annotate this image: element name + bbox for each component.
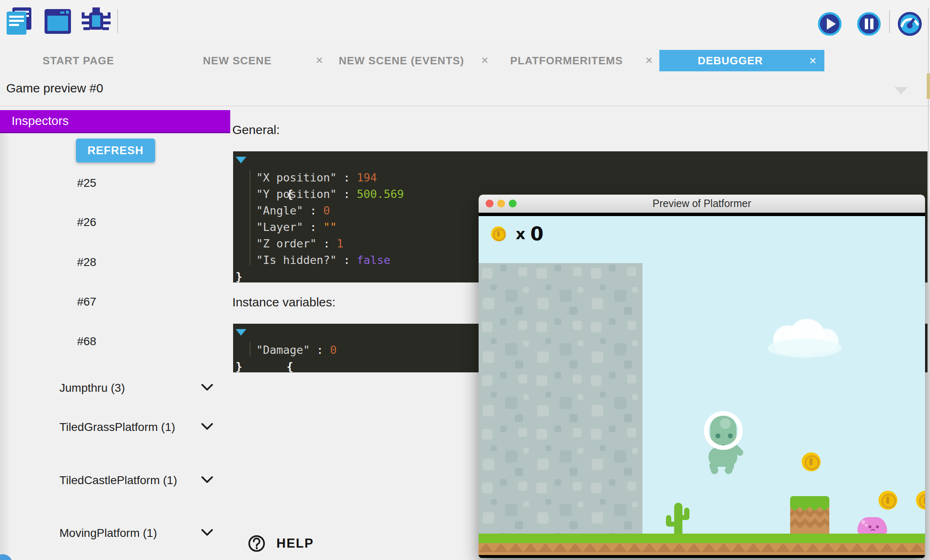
- instance-variables-heading: Instance variables:: [232, 295, 335, 309]
- json-value: false: [357, 254, 390, 266]
- ground-zigzag: [479, 543, 925, 552]
- preview-window-titlebar[interactable]: Preview of Platformer: [479, 195, 925, 213]
- tab-new-scene-events[interactable]: NEW SCENE (EVENTS): [327, 50, 476, 71]
- json-value: "": [323, 221, 337, 233]
- json-value: 0: [330, 344, 337, 356]
- chevron-down-icon[interactable]: [201, 422, 213, 431]
- inspectors-sidebar: Inspectors REFRESH #25 #26 #28 #67 #68 J…: [0, 106, 230, 560]
- play-icon[interactable]: [818, 12, 842, 38]
- game-viewport[interactable]: x 0: [479, 216, 925, 555]
- cloud-sprite: [767, 319, 842, 360]
- tab-new-scene-close-icon[interactable]: ×: [311, 50, 328, 71]
- toolbar-divider: [117, 9, 118, 33]
- json-key: "Is hidden?": [256, 254, 337, 266]
- gdevelop-app: START PAGE NEW SCENE × NEW SCENE (EVENTS…: [0, 0, 930, 560]
- scrollbar-marker: [927, 73, 930, 99]
- alien-player-sprite: [701, 408, 767, 482]
- json-value: 0: [323, 204, 330, 217]
- tab-debugger-close-icon[interactable]: ×: [801, 54, 824, 68]
- main-toolbar: [0, 0, 930, 41]
- json-collapse-icon[interactable]: [236, 157, 246, 163]
- ground-grass: [479, 534, 925, 543]
- inspector-item-26[interactable]: #26: [25, 216, 149, 229]
- json-collapse-icon[interactable]: [236, 329, 246, 336]
- project-manager-icon[interactable]: [6, 7, 33, 37]
- cactus-sprite: [666, 503, 689, 534]
- tab-new-scene-events-close-icon[interactable]: ×: [477, 50, 493, 71]
- json-colon: :: [316, 237, 337, 250]
- hud-coin-count: 0: [530, 223, 543, 245]
- inspectors-header: Inspectors: [0, 110, 230, 133]
- tab-new-scene[interactable]: NEW SCENE: [175, 50, 299, 71]
- general-heading: General:: [232, 123, 280, 137]
- chevron-down-icon[interactable]: [201, 528, 213, 536]
- inspector-group-tiledgrassplatform[interactable]: TiledGrassPlatform (1): [59, 420, 187, 434]
- json-key: "Z order": [256, 237, 316, 250]
- json-colon: :: [337, 171, 357, 184]
- json-key: "X position": [256, 171, 337, 184]
- tab-platformeritems[interactable]: PLATFORMERITEMS: [492, 50, 641, 71]
- inspector-item-68[interactable]: #68: [25, 335, 149, 348]
- json-colon: :: [303, 221, 323, 233]
- json-key: "Angle": [256, 204, 303, 217]
- coin-icon: [491, 226, 506, 241]
- debugger-target-select[interactable]: Game preview #0: [0, 71, 930, 106]
- tab-debugger[interactable]: DEBUGGER ×: [659, 50, 824, 71]
- profiler-icon[interactable]: [898, 12, 922, 38]
- platform-block-sprite: [790, 496, 829, 534]
- slime-enemy-sprite: [857, 517, 887, 534]
- pause-icon[interactable]: [857, 12, 881, 38]
- coin-sprite: [878, 491, 897, 510]
- inspector-group-tiledcastleplatform[interactable]: TiledCastlePlatform (1): [59, 473, 187, 487]
- help-button[interactable]: HELP: [248, 534, 314, 553]
- refresh-button[interactable]: REFRESH: [76, 139, 155, 162]
- help-label: HELP: [276, 536, 314, 551]
- inspector-group-jumpthru[interactable]: Jumpthru (3): [59, 381, 187, 395]
- json-close-brace: }: [236, 270, 242, 283]
- letterbox-bottom: [479, 555, 925, 558]
- json-key: "Layer": [256, 221, 303, 233]
- tab-platformeritems-close-icon[interactable]: ×: [641, 50, 657, 71]
- inspector-item-25[interactable]: #25: [25, 176, 149, 190]
- ground-dirt: [479, 552, 925, 555]
- json-value: 1: [337, 237, 343, 250]
- letterbox-top: [479, 213, 925, 216]
- json-key: "Damage": [256, 344, 310, 356]
- chevron-down-icon[interactable]: [201, 475, 213, 484]
- tab-bar: START PAGE NEW SCENE × NEW SCENE (EVENTS…: [0, 50, 930, 71]
- inspector-group-movingplatform[interactable]: MovingPlatform (1): [59, 526, 187, 540]
- hud-times-label: x: [516, 226, 525, 242]
- coin-counter-hud: x 0: [491, 223, 543, 245]
- preview-window[interactable]: Preview of Platformer: [479, 195, 925, 558]
- chevron-down-icon[interactable]: [201, 383, 213, 391]
- tab-debugger-label: DEBUGGER: [659, 54, 801, 67]
- castle-wall-sprite: [479, 263, 642, 534]
- json-key: "Y position": [256, 188, 337, 200]
- tab-start-page[interactable]: START PAGE: [25, 50, 132, 71]
- debugger-bug-icon[interactable]: [81, 7, 111, 37]
- preview-select-label: Game preview #0: [6, 81, 103, 95]
- json-colon: :: [303, 204, 323, 217]
- json-close-brace: }: [236, 360, 242, 373]
- json-colon: :: [337, 188, 357, 200]
- question-mark-icon: [248, 534, 266, 553]
- coin-sprite: [916, 491, 925, 510]
- inspector-item-28[interactable]: #28: [25, 256, 149, 269]
- inspectors-title: Inspectors: [12, 114, 68, 128]
- coin-sprite: [802, 452, 821, 471]
- inspector-item-67[interactable]: #67: [25, 295, 149, 308]
- json-colon: :: [337, 254, 357, 266]
- json-value: 194: [357, 171, 377, 184]
- sidebar-scroll-shadow: [0, 133, 11, 560]
- preview-window-title: Preview of Platformer: [479, 198, 925, 209]
- json-colon: :: [310, 344, 330, 356]
- toolbar-divider-right: [889, 10, 890, 33]
- scene-window-icon[interactable]: [44, 8, 72, 36]
- json-value: 500.569: [357, 188, 404, 200]
- chevron-down-icon: [895, 87, 908, 94]
